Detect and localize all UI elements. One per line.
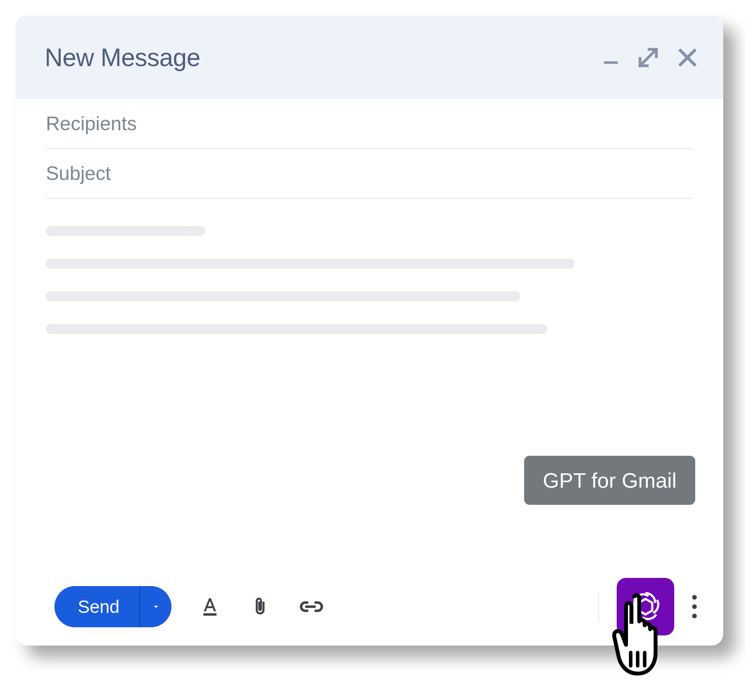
body-placeholder-line xyxy=(46,259,575,269)
more-options-button[interactable] xyxy=(688,591,701,622)
minimize-icon[interactable] xyxy=(602,49,619,66)
body-placeholder-line xyxy=(46,226,205,236)
body-placeholder-line xyxy=(46,291,520,301)
toolbar-divider xyxy=(598,592,599,622)
gpt-tooltip: GPT for Gmail xyxy=(524,456,695,505)
toolbar-icons xyxy=(199,595,324,618)
subject-field[interactable]: Subject xyxy=(46,149,693,199)
compose-window: New Message Recipients Subject GPT for G… xyxy=(16,16,723,646)
compose-header: New Message xyxy=(16,16,723,99)
body-placeholder-line xyxy=(46,324,547,334)
svg-rect-5 xyxy=(204,613,217,616)
close-icon[interactable] xyxy=(677,47,698,68)
window-actions xyxy=(602,47,698,68)
compose-body[interactable] xyxy=(16,199,723,568)
compose-toolbar: Send xyxy=(16,568,723,646)
window-title: New Message xyxy=(45,43,200,72)
gpt-for-gmail-button[interactable] xyxy=(617,578,674,635)
paperclip-icon[interactable] xyxy=(250,595,270,618)
text-format-icon[interactable] xyxy=(199,595,221,618)
expand-icon[interactable] xyxy=(637,47,659,68)
send-button-group: Send xyxy=(54,586,171,627)
compose-fields: Recipients Subject xyxy=(16,99,723,199)
send-button[interactable]: Send xyxy=(54,586,140,627)
link-icon[interactable] xyxy=(299,599,324,614)
send-options-dropdown[interactable] xyxy=(140,586,171,627)
openai-logo-icon xyxy=(626,587,665,626)
recipients-field[interactable]: Recipients xyxy=(46,99,693,149)
